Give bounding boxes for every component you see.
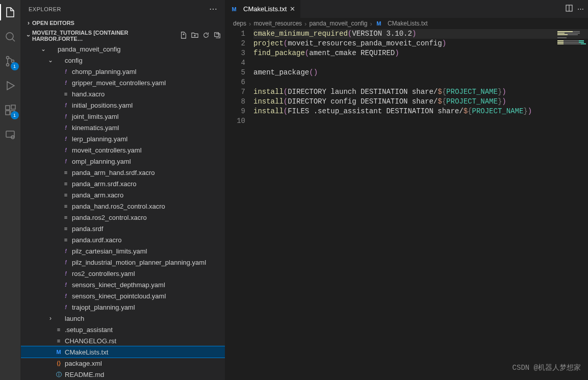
file-icon: ! <box>62 247 70 255</box>
file-icon: ! <box>62 135 70 143</box>
extensions-icon[interactable]: 1 <box>0 102 21 118</box>
scm-badge: 1 <box>11 62 19 70</box>
close-icon[interactable]: ✕ <box>290 5 295 13</box>
more-icon[interactable]: ⋯ <box>209 4 217 14</box>
tree-item[interactable]: ≡panda.ros2_control.xacro <box>21 212 225 223</box>
file-icon: ≡ <box>62 180 70 188</box>
file-icon: ≡ <box>62 191 70 199</box>
chevron-right-icon: › <box>304 20 306 28</box>
code-content[interactable]: cmake_minimum_required(VERSION 3.10.2)pr… <box>253 29 588 380</box>
sidebar-title: EXPLORER <box>29 6 61 12</box>
cmake-icon: M <box>375 19 383 28</box>
file-icon <box>55 314 63 322</box>
file-label: panda.srdf <box>72 225 103 233</box>
tree-item[interactable]: !ros2_controllers.yaml <box>21 268 225 279</box>
tree-item[interactable]: ⌄config <box>21 55 225 66</box>
tree-item[interactable]: ≡hand.xacro <box>21 88 225 99</box>
tree-item[interactable]: ⟨⟩package.xml <box>21 358 225 369</box>
open-editors-section[interactable]: › OPEN EDITORS <box>21 18 225 28</box>
code-editor[interactable]: 12345678910 cmake_minimum_required(VERSI… <box>225 29 588 380</box>
tab-cmakelists[interactable]: M CMakeLists.txt ✕ <box>225 0 301 18</box>
chevron-right-icon: › <box>370 20 372 28</box>
source-control-icon[interactable]: 1 <box>0 53 21 69</box>
breadcrumb[interactable]: deps›moveit_resources›panda_moveit_confi… <box>225 18 588 29</box>
minimap[interactable] <box>557 31 586 43</box>
tree-item[interactable]: !pilz_cartesian_limits.yaml <box>21 245 225 257</box>
file-label: initial_positions.yaml <box>72 102 133 109</box>
explorer-icon[interactable] <box>0 4 21 20</box>
tree-item[interactable]: !pilz_industrial_motion_planner_planning… <box>21 257 225 268</box>
chevron-icon: ⌄ <box>46 57 55 64</box>
file-icon: ! <box>62 146 70 154</box>
tree-item[interactable]: ⌄panda_moveit_config <box>21 43 225 55</box>
tree-item[interactable]: !moveit_controllers.yaml <box>21 144 225 156</box>
run-debug-icon[interactable] <box>0 78 21 94</box>
file-label: config <box>65 57 83 64</box>
crumb-item[interactable]: CMakeLists.txt <box>388 20 428 27</box>
file-label: panda_arm_hand.srdf.xacro <box>72 169 155 176</box>
remote-icon[interactable] <box>0 126 21 143</box>
new-file-icon[interactable] <box>180 32 187 40</box>
more-actions-icon[interactable]: ⋯ <box>577 5 584 13</box>
chevron-icon: › <box>46 315 55 322</box>
file-label: trajopt_planning.yaml <box>72 303 135 311</box>
file-icon <box>55 56 63 64</box>
file-icon: ≡ <box>55 325 63 334</box>
search-icon[interactable] <box>0 29 21 45</box>
workspace-section[interactable]: › MOVEIT2_TUTORIALS [CONTAINER HARBOR.FO… <box>21 28 225 43</box>
tree-item[interactable]: ≡.setup_assistant <box>21 324 225 335</box>
file-tree[interactable]: ⌄panda_moveit_config⌄config!chomp_planni… <box>21 43 225 380</box>
new-folder-icon[interactable] <box>191 32 198 40</box>
tree-item[interactable]: ≡panda_arm.xacro <box>21 189 225 200</box>
file-label: pilz_industrial_motion_planner_planning.… <box>72 259 206 266</box>
tree-item[interactable]: !chomp_planning.yaml <box>21 66 225 77</box>
tree-item[interactable]: ≡panda_arm.srdf.xacro <box>21 178 225 189</box>
tree-item[interactable]: !kinematics.yaml <box>21 122 225 133</box>
tab-bar: M CMakeLists.txt ✕ ⋯ <box>225 0 588 18</box>
tree-item[interactable]: !gripper_moveit_controllers.yaml <box>21 77 225 88</box>
refresh-icon[interactable] <box>202 32 210 40</box>
file-icon: ! <box>62 123 70 132</box>
tree-item[interactable]: ⓘREADME.md <box>21 369 225 380</box>
tree-item[interactable]: ≡panda.srdf <box>21 223 225 234</box>
tree-item[interactable]: !lerp_planning.yaml <box>21 133 225 144</box>
tree-item[interactable]: MCMakeLists.txt <box>21 346 225 358</box>
ext-badge: 1 <box>11 111 19 119</box>
file-label: panda_moveit_config <box>58 45 121 53</box>
file-icon: ≡ <box>62 224 70 233</box>
tree-item[interactable]: !sensors_kinect_depthmap.yaml <box>21 279 225 290</box>
tree-item[interactable]: !ompl_planning.yaml <box>21 156 225 167</box>
tree-item[interactable]: ≡CHANGELOG.rst <box>21 335 225 346</box>
file-icon: ! <box>62 281 70 289</box>
crumb-item[interactable]: moveit_resources <box>253 20 302 27</box>
file-label: sensors_kinect_pointcloud.yaml <box>72 292 166 300</box>
file-icon: ! <box>62 67 70 75</box>
tree-item[interactable]: ≡panda.urdf.xacro <box>21 234 225 245</box>
file-icon: ! <box>62 258 70 266</box>
file-icon: ⓘ <box>55 370 63 378</box>
crumb-item[interactable]: panda_moveit_config <box>309 20 367 27</box>
tree-item[interactable]: ≡panda_arm_hand.srdf.xacro <box>21 167 225 178</box>
tree-item[interactable]: ≡panda_hand.ros2_control.xacro <box>21 200 225 212</box>
file-label: sensors_kinect_depthmap.yaml <box>72 281 165 289</box>
split-editor-icon[interactable] <box>565 4 573 14</box>
file-label: pilz_cartesian_limits.yaml <box>72 247 147 255</box>
file-label: .setup_assistant <box>65 326 113 334</box>
tree-item[interactable]: !trajopt_planning.yaml <box>21 301 225 313</box>
tree-item[interactable]: !joint_limits.yaml <box>21 111 225 122</box>
file-icon: ! <box>62 303 70 311</box>
file-label: joint_limits.yaml <box>72 113 119 120</box>
file-label: ros2_controllers.yaml <box>72 270 135 277</box>
tree-item[interactable]: !initial_positions.yaml <box>21 99 225 111</box>
tree-item[interactable]: ›launch <box>21 313 225 324</box>
tree-item[interactable]: !sensors_kinect_pointcloud.yaml <box>21 290 225 301</box>
file-label: kinematics.yaml <box>72 124 119 132</box>
file-label: lerp_planning.yaml <box>72 135 127 143</box>
collapse-icon[interactable] <box>214 32 221 40</box>
chevron-right-icon: › <box>25 19 32 27</box>
cmake-icon: M <box>230 5 238 13</box>
tab-label: CMakeLists.txt <box>243 5 287 13</box>
file-icon: ≡ <box>55 337 63 345</box>
explorer-sidebar: EXPLORER ⋯ › OPEN EDITORS › MOVEIT2_TUTO… <box>21 0 225 380</box>
crumb-item[interactable]: deps <box>233 20 246 27</box>
